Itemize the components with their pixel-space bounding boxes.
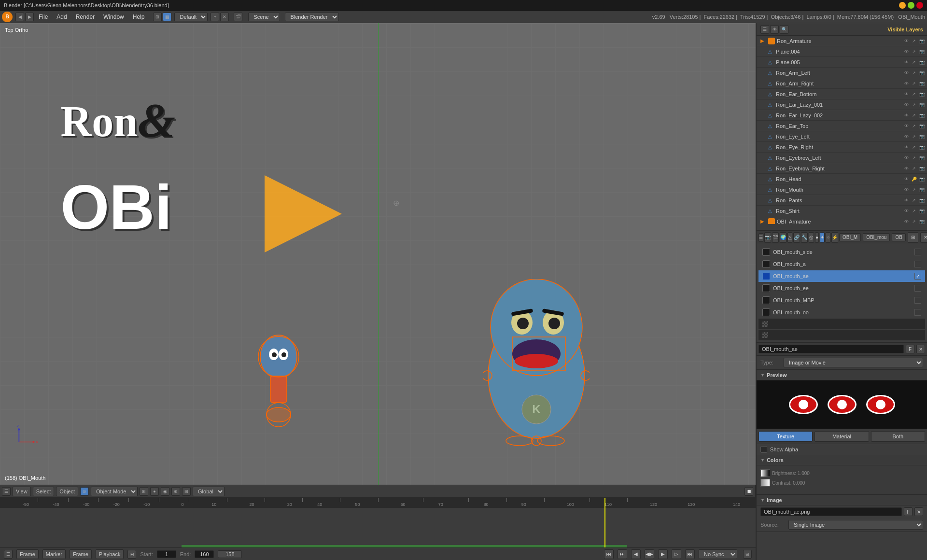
ebr-ren-icon[interactable]: 📷 <box>918 165 925 172</box>
m-eye-icon[interactable]: 👁 <box>903 186 910 193</box>
outliner-search-icon[interactable]: 🔍 <box>780 25 788 34</box>
modifier-props-icon[interactable]: 🔧 <box>801 232 808 243</box>
oa-eye-icon[interactable]: 👁 <box>903 218 910 224</box>
tex-item-oo[interactable]: OBI_mouth_oo <box>758 307 925 318</box>
play-step-fwd[interactable]: ▷ <box>672 549 681 559</box>
viewport-icon3[interactable]: ◉ <box>161 487 169 496</box>
type-dropdown[interactable]: Image or Movie <box>784 358 923 367</box>
oa-sel-icon[interactable]: ↗ <box>911 218 917 224</box>
ebr-eye-icon[interactable]: 👁 <box>903 165 910 172</box>
ar-eye-icon[interactable]: 👁 <box>903 80 910 87</box>
p004-eye-icon[interactable]: 👁 <box>903 48 910 55</box>
tex-name-btn-f[interactable]: F <box>906 345 914 353</box>
play-stop[interactable]: ◀▶ <box>645 549 654 559</box>
viewport-icon4[interactable]: ⊕ <box>171 487 180 496</box>
outliner-item-obi-armature[interactable]: ▶ OBI_Armature 👁 ↗ 📷 <box>757 216 927 224</box>
viewport-icon1[interactable]: ⊞ <box>140 487 148 496</box>
image-name-input[interactable] <box>760 507 902 516</box>
eyr-eye-icon[interactable]: 👁 <box>903 144 910 151</box>
h-key-icon[interactable]: 🔑 <box>911 176 917 182</box>
outliner-item-ron-ear-lazy002[interactable]: △ Ron_Ear_Lazy_002 👁 ↗ 📷 <box>757 110 927 121</box>
sh-eye-icon[interactable]: 👁 <box>903 208 910 214</box>
outliner-list[interactable]: ▶ Ron_Armature 👁 ↗ 📷 △ Plane.004 <box>757 36 927 224</box>
timeline-ruler[interactable]: -50 -40 -30 -20 -10 0 10 20 30 40 50 60 … <box>0 498 756 547</box>
prop-checkered-icon[interactable]: ⊞ <box>908 232 918 243</box>
object-btn[interactable]: Object <box>56 487 78 496</box>
image-x-btn[interactable]: ✕ <box>914 507 923 516</box>
et-sel-icon[interactable]: ↗ <box>911 123 917 129</box>
h-ren-icon[interactable]: 📷 <box>918 176 925 182</box>
screen-icons[interactable]: + <box>211 13 219 21</box>
tex-check-oo[interactable] <box>914 309 921 316</box>
p004-ren-icon[interactable]: 📷 <box>918 48 925 55</box>
data-props-icon[interactable]: ◎ <box>809 232 814 243</box>
preview-header[interactable]: ▼ Preview <box>757 370 927 380</box>
image-f-btn[interactable]: F <box>904 507 913 516</box>
tex-check-ee[interactable] <box>914 285 921 292</box>
world-props-icon[interactable]: 🌍 <box>780 232 787 243</box>
scene-props-icon[interactable]: 🎬 <box>772 232 779 243</box>
outliner-menu-icon[interactable]: ☰ <box>760 25 769 34</box>
p-ren-icon[interactable]: 📷 <box>918 197 925 204</box>
al-ren-icon[interactable]: 📷 <box>918 70 925 76</box>
viewport-menu-icon[interactable]: ☰ <box>2 487 11 496</box>
tab-material[interactable]: Material <box>815 431 869 442</box>
particle-props-icon[interactable]: ⁘ <box>826 232 830 243</box>
mode-selector[interactable]: Object Mode <box>91 487 138 496</box>
menu-back-icon[interactable]: ◀ <box>15 13 24 21</box>
el2-ren-icon[interactable]: 📷 <box>918 112 925 119</box>
tl-icon-end[interactable]: ⊞ <box>743 550 752 559</box>
play-forward[interactable]: ▶ <box>658 549 668 559</box>
current-frame-input[interactable] <box>218 550 242 558</box>
scene-selector[interactable]: Scene <box>248 13 280 21</box>
sh-ren-icon[interactable]: 📷 <box>918 208 925 214</box>
eyl-sel-icon[interactable]: ↗ <box>911 133 917 140</box>
tl-icon1[interactable]: ⏮ <box>127 550 136 559</box>
sync-selector[interactable]: No Sync <box>699 549 737 559</box>
outliner-item-ron-ear-bottom[interactable]: △ Ron_Ear_Bottom 👁 ↗ 📷 <box>757 89 927 99</box>
eb-eye-icon[interactable]: 👁 <box>903 91 910 98</box>
eyl-eye-icon[interactable]: 👁 <box>903 133 910 140</box>
eyr-ren-icon[interactable]: 📷 <box>918 144 925 151</box>
m-ren-icon[interactable]: 📷 <box>918 186 925 193</box>
material-props-icon[interactable]: ● <box>815 232 819 243</box>
render-engine-selector[interactable]: Blender Render <box>285 13 339 21</box>
outliner-item-ron-mouth[interactable]: △ Ron_Mouth 👁 ↗ 📷 <box>757 184 927 195</box>
outliner-item-plane004[interactable]: △ Plane.004 👁 ↗ 📷 <box>757 46 927 57</box>
constraint-props-icon[interactable]: 🔗 <box>793 232 800 243</box>
outliner-item-ron-eyebrow-left[interactable]: △ Ron_Eyebrow_Left 👁 ↗ 📷 <box>757 153 927 163</box>
p005-sel-icon[interactable]: ↗ <box>911 59 917 66</box>
outliner-item-ron-eyebrow-right[interactable]: △ Ron_Eyebrow_Right 👁 ↗ 📷 <box>757 163 927 174</box>
el2-eye-icon[interactable]: 👁 <box>903 112 910 119</box>
screen-icon2[interactable]: ✕ <box>220 13 229 21</box>
props-menu-icon[interactable]: ☰ <box>758 233 763 242</box>
tab-both[interactable]: Both <box>871 431 925 442</box>
maximize-button[interactable] <box>908 2 914 9</box>
menu-render[interactable]: Render <box>72 13 98 21</box>
ar-sel-icon[interactable]: ↗ <box>911 80 917 87</box>
el1-ren-icon[interactable]: 📷 <box>918 101 925 108</box>
view-btn[interactable]: View <box>13 487 31 496</box>
el2-sel-icon[interactable]: ↗ <box>911 112 917 119</box>
ebl-sel-icon[interactable]: ↗ <box>911 154 917 161</box>
menu-help[interactable]: Help <box>129 13 149 21</box>
minimize-button[interactable] <box>899 2 906 9</box>
tl-menu-icon[interactable]: ☰ <box>4 550 13 559</box>
tex-check-mbp[interactable] <box>914 297 921 304</box>
tex-check-side[interactable] <box>914 249 921 255</box>
tex-item-ae[interactable]: OBI_mouth_ae ✓ <box>758 270 925 282</box>
p005-eye-icon[interactable]: 👁 <box>903 59 910 66</box>
physics-props-icon[interactable]: ⚡ <box>831 232 838 243</box>
tex-item-side[interactable]: OBI_mouth_side <box>758 246 925 258</box>
viewport-icon2[interactable]: ● <box>150 487 159 496</box>
eyr-sel-icon[interactable]: ↗ <box>911 144 917 151</box>
eyl-ren-icon[interactable]: 📷 <box>918 133 925 140</box>
al-sel-icon[interactable]: ↗ <box>911 70 917 76</box>
ebl-ren-icon[interactable]: 📷 <box>918 154 925 161</box>
p-eye-icon[interactable]: 👁 <box>903 197 910 204</box>
el1-eye-icon[interactable]: 👁 <box>903 101 910 108</box>
tex-check-ae[interactable]: ✓ <box>914 273 921 280</box>
select-btn[interactable]: Select <box>33 487 55 496</box>
menu-file[interactable]: File <box>35 13 52 21</box>
et-ren-icon[interactable]: 📷 <box>918 123 925 129</box>
